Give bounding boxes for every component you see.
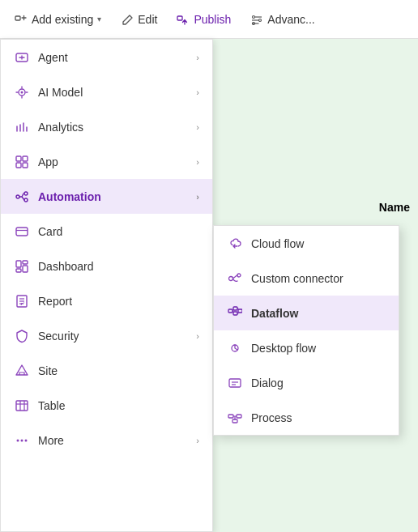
automation-chevron: › (196, 192, 199, 202)
card-icon (14, 223, 30, 239)
sidebar-item-report[interactable]: Report (1, 283, 212, 318)
toolbar: Add existing ▾ Edit Publish (0, 0, 418, 39)
security-icon (14, 328, 30, 343)
edit-label: Edit (138, 13, 157, 26)
svg-rect-18 (16, 228, 28, 236)
sidebar-item-analytics-label: Analytics (38, 121, 83, 134)
desktop-flow-label: Desktop flow (251, 342, 316, 355)
sidebar-item-table-label: Table (38, 399, 65, 412)
sidebar-item-security-label: Security (38, 330, 79, 343)
more-chevron: › (196, 436, 199, 445)
sidebar-item-agent-label: Agent (38, 51, 68, 64)
sidebar-item-more-label: More (38, 434, 64, 447)
name-column-header: Name (379, 201, 410, 214)
submenu-item-process[interactable]: Process (214, 400, 399, 435)
svg-point-2 (253, 15, 255, 18)
dialog-label: Dialog (251, 377, 284, 389)
sidebar-item-card-label: Card (38, 225, 62, 238)
svg-rect-23 (16, 269, 21, 272)
submenu-item-cloud-flow[interactable]: Cloud flow (214, 226, 399, 261)
svg-point-4 (259, 19, 262, 21)
svg-rect-14 (23, 163, 28, 168)
svg-rect-11 (16, 156, 21, 161)
add-existing-icon (15, 11, 28, 26)
sidebar-item-table[interactable]: Table (1, 388, 212, 423)
submenu-item-dataflow[interactable]: Dataflow (214, 296, 399, 330)
sidebar-item-dashboard-label: Dashboard (38, 260, 94, 273)
submenu-item-custom-connector[interactable]: Custom connector (214, 261, 399, 296)
sidebar-item-card[interactable]: Card (1, 214, 212, 249)
analytics-icon (14, 119, 30, 134)
add-existing-chevron: ▾ (97, 15, 101, 23)
sidebar-item-dashboard[interactable]: Dashboard (1, 249, 212, 283)
table-icon (14, 398, 30, 413)
publish-icon (177, 11, 190, 26)
sidebar-item-automation-label: Automation (38, 190, 101, 203)
automation-icon (14, 189, 30, 204)
svg-rect-38 (228, 309, 232, 313)
ai-model-chevron: › (196, 87, 199, 97)
advance-label: Advanc... (267, 13, 314, 26)
sidebar-item-site-label: Site (38, 364, 58, 377)
svg-rect-40 (233, 312, 237, 315)
svg-point-36 (229, 277, 233, 281)
sidebar-item-analytics[interactable]: Analytics › (1, 109, 212, 144)
svg-rect-22 (23, 266, 28, 272)
sidebar-item-ai-model[interactable]: AI Model › (1, 74, 212, 109)
sidebar-item-ai-model-label: AI Model (38, 86, 83, 99)
svg-rect-1 (177, 16, 182, 20)
svg-rect-43 (229, 379, 241, 387)
sidebar-item-more[interactable]: More › (1, 423, 212, 458)
report-icon (14, 293, 30, 309)
svg-rect-39 (233, 307, 237, 310)
security-chevron: › (196, 331, 199, 341)
sidebar-item-app[interactable]: App › (1, 144, 212, 179)
sidebar-item-app-label: App (38, 155, 58, 168)
publish-label: Publish (194, 13, 231, 26)
custom-connector-label: Custom connector (251, 272, 343, 285)
svg-point-33 (17, 440, 19, 442)
process-icon (227, 410, 243, 425)
advance-button[interactable]: Advanc... (242, 6, 322, 31)
svg-rect-0 (15, 16, 20, 20)
svg-rect-21 (23, 261, 28, 264)
app-icon (14, 154, 30, 169)
main-area: Name Agent › (0, 39, 418, 532)
svg-marker-28 (16, 365, 28, 375)
automation-submenu: Cloud flow Custom connector (213, 225, 399, 436)
primary-menu: Agent › AI Model › (0, 39, 213, 532)
svg-rect-20 (16, 261, 21, 267)
sidebar-item-security[interactable]: Security › (1, 318, 212, 353)
svg-rect-47 (237, 415, 241, 418)
desktop-flow-icon (227, 340, 243, 355)
svg-point-10 (21, 92, 23, 94)
agent-icon (14, 49, 30, 65)
sidebar-item-report-label: Report (38, 295, 72, 308)
add-existing-button[interactable]: Add existing ▾ (6, 6, 109, 31)
cloud-flow-label: Cloud flow (251, 237, 304, 250)
svg-point-34 (21, 440, 23, 442)
submenu-item-desktop-flow[interactable]: Desktop flow (214, 330, 399, 365)
dialog-icon (227, 375, 243, 390)
advance-icon (250, 11, 263, 26)
sidebar-item-site[interactable]: Site (1, 353, 212, 388)
edit-button[interactable]: Edit (113, 6, 165, 31)
svg-point-35 (25, 440, 28, 442)
svg-rect-29 (16, 401, 28, 411)
dataflow-label: Dataflow (251, 307, 298, 320)
site-icon (14, 363, 30, 378)
app-chevron: › (196, 157, 199, 167)
more-icon (14, 432, 30, 448)
agent-chevron: › (196, 53, 199, 62)
sidebar-item-agent[interactable]: Agent › (1, 40, 212, 74)
cloud-flow-icon (227, 236, 243, 251)
sidebar-item-automation[interactable]: Automation › (1, 179, 212, 214)
svg-point-37 (237, 274, 241, 277)
submenu-item-dialog[interactable]: Dialog (214, 365, 399, 400)
svg-rect-12 (23, 156, 28, 161)
publish-button[interactable]: Publish (168, 6, 239, 31)
svg-rect-13 (16, 163, 21, 168)
edit-icon (121, 11, 134, 26)
dashboard-icon (14, 258, 30, 274)
svg-rect-46 (228, 415, 233, 418)
